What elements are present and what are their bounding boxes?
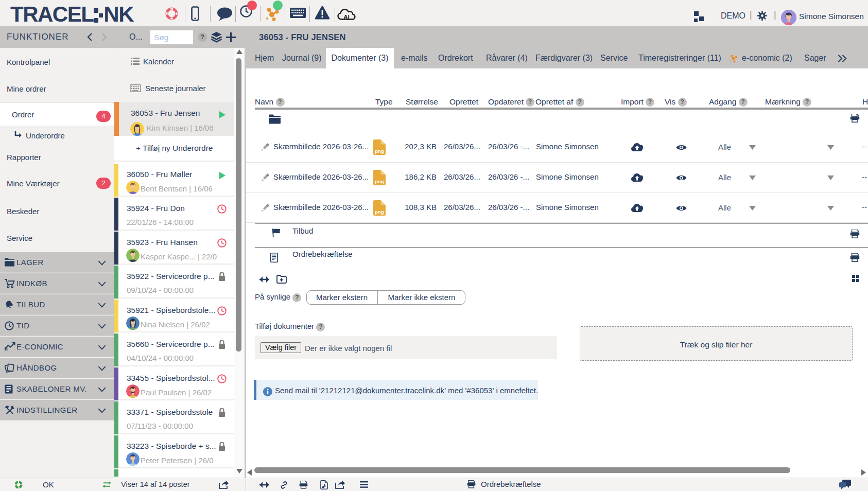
- svg-text:png: png: [375, 209, 384, 215]
- svg-text:png: png: [375, 179, 384, 184]
- svg-text:AI: AI: [343, 14, 350, 20]
- svg-text:png: png: [375, 148, 384, 154]
